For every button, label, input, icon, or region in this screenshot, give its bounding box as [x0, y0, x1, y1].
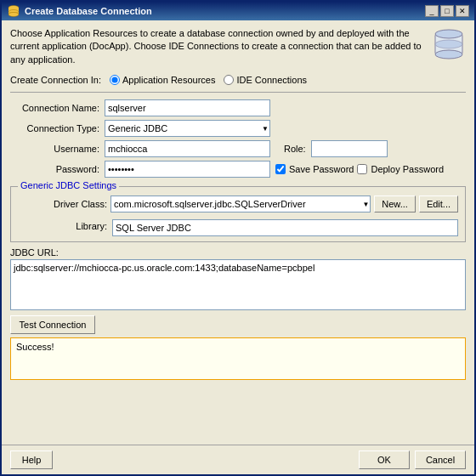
edit-driver-button[interactable]: Edit...: [419, 196, 458, 212]
svg-point-4: [8, 13, 19, 17]
library-row: Library:: [18, 216, 458, 236]
save-password-label: Save Password: [289, 164, 354, 174]
save-password-checkbox[interactable]: [275, 164, 286, 174]
bottom-bar: Help OK Cancel: [2, 445, 474, 474]
deploy-password-checkbox[interactable]: [357, 164, 367, 174]
description-row: Choose Application Resources to create a…: [10, 27, 466, 66]
create-database-connection-dialog: Create Database Connection _ □ ✕ Choose …: [0, 0, 476, 476]
jdbc-url-section: JDBC URL: jdbc:sqlserver://mchiocca-pc.u…: [10, 247, 466, 310]
title-bar-left: Create Database Connection: [7, 4, 152, 18]
driver-class-wrapper: com.microsoft.sqlserver.jdbc.SQLServerDr…: [110, 196, 371, 212]
role-input[interactable]: [311, 140, 388, 157]
connection-type-wrapper: Generic JDBC Oracle (JDBC) MySQL ▼: [105, 120, 270, 137]
connection-name-label: Connection Name:: [10, 103, 99, 113]
app-resources-radio[interactable]: [110, 75, 120, 85]
password-input[interactable]: [105, 161, 270, 178]
app-resources-option: Application Resources: [110, 75, 215, 85]
database-icon: [7, 4, 20, 18]
username-input[interactable]: [105, 140, 270, 157]
jdbc-settings-section: Generic JDBC Settings Driver Class: com.…: [10, 186, 466, 242]
maximize-button[interactable]: □: [440, 5, 454, 17]
connection-type-row: Connection Type: Generic JDBC Oracle (JD…: [10, 120, 466, 137]
driver-class-select[interactable]: com.microsoft.sqlserver.jdbc.SQLServerDr…: [110, 196, 371, 212]
password-label: Password:: [10, 164, 99, 174]
database-graphic-icon: [432, 27, 466, 61]
app-resources-label: Application Resources: [122, 75, 215, 85]
role-label: Role:: [284, 144, 306, 154]
password-extras: Save Password Deploy Password: [275, 164, 444, 174]
help-button[interactable]: Help: [10, 450, 53, 469]
connection-name-row: Connection Name:: [10, 99, 466, 116]
username-row: Username: Role:: [10, 140, 466, 157]
svg-rect-9: [435, 34, 462, 54]
create-connection-label: Create Connection In:: [10, 75, 101, 85]
ok-button[interactable]: OK: [359, 450, 410, 469]
test-section: Test Connection Success!: [10, 315, 466, 380]
connection-type-select[interactable]: Generic JDBC Oracle (JDBC) MySQL: [105, 120, 270, 137]
connection-name-input[interactable]: [105, 99, 270, 116]
deploy-password-label: Deploy Password: [371, 164, 444, 174]
status-text: Success!: [16, 342, 54, 352]
form-area: Connection Name: Connection Type: Generi…: [10, 99, 466, 178]
driver-class-label: Driver Class:: [18, 199, 107, 209]
ide-connections-option: IDE Connections: [224, 75, 307, 85]
title-bar-buttons: _ □ ✕: [425, 5, 469, 17]
jdbc-section-title: Generic JDBC Settings: [18, 180, 119, 190]
new-driver-button[interactable]: New...: [374, 196, 416, 212]
close-button[interactable]: ✕: [456, 5, 469, 17]
create-connection-row: Create Connection In: Application Resour…: [10, 75, 466, 85]
library-label: Library:: [18, 221, 107, 231]
username-label: Username:: [10, 144, 99, 154]
title-bar: Create Database Connection _ □ ✕: [2, 2, 474, 20]
title-bar-text: Create Database Connection: [25, 6, 152, 16]
dialog-content: Choose Application Resources to create a…: [2, 20, 474, 445]
top-divider: [10, 92, 466, 93]
minimize-button[interactable]: _: [425, 5, 439, 17]
library-input[interactable]: [112, 219, 458, 236]
cancel-button[interactable]: Cancel: [415, 450, 466, 469]
ide-connections-radio[interactable]: [224, 75, 234, 85]
ide-connections-label: IDE Connections: [236, 75, 307, 85]
jdbc-url-label: JDBC URL:: [10, 247, 466, 258]
ok-cancel-buttons: OK Cancel: [359, 450, 466, 469]
connection-type-label: Connection Type:: [10, 123, 99, 133]
jdbc-url-textarea[interactable]: jdbc:sqlserver://mchiocca-pc.us.oracle.c…: [10, 259, 466, 310]
test-connection-button[interactable]: Test Connection: [10, 315, 95, 334]
description-text: Choose Application Resources to create a…: [10, 27, 425, 66]
password-row: Password: Save Password Deploy Password: [10, 161, 466, 178]
driver-class-row: Driver Class: com.microsoft.sqlserver.jd…: [18, 196, 458, 212]
status-box: Success!: [10, 337, 466, 380]
